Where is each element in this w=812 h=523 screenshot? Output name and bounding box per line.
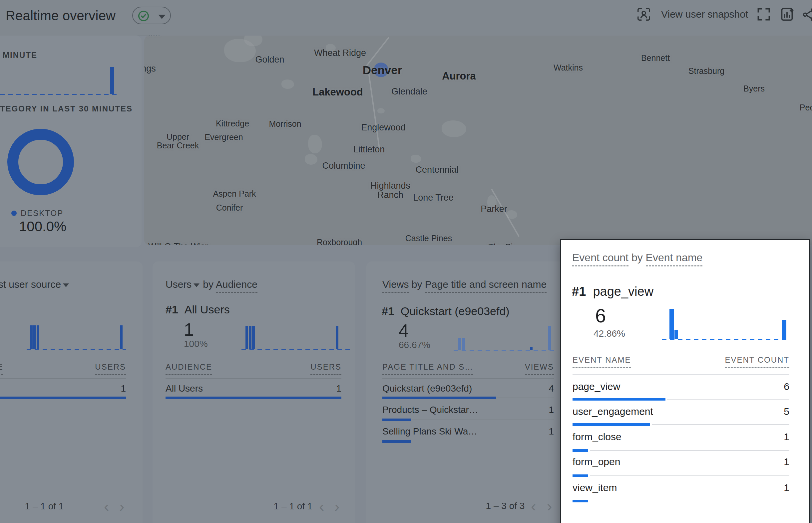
users-per-minute-chart [0,67,119,94]
fullscreen-icon[interactable] [756,7,771,22]
map-city-label: Strasburg [688,67,724,75]
map-city-label: Glendale [391,87,427,96]
table-divider [166,378,341,379]
map-city-label: Golden [255,55,284,64]
row-share-bar [382,397,554,399]
map-city-label: Lone Tree [413,193,454,202]
map-city-label: Aspen Park [213,189,256,198]
check-circle-icon [138,10,150,22]
map-terrain-patch [411,155,421,163]
row-share-bar [572,423,789,426]
pagination-prev-button[interactable]: ‹ [319,500,324,512]
map-city-label: Centennial [415,165,458,174]
row-name: form_close [572,431,621,443]
event-sparkline [662,309,789,339]
map-terrain-patch [281,79,294,89]
map-city-label: Conifer [216,203,243,212]
users-per-minute-label: MINUTE [3,51,37,60]
table-divider [572,374,789,375]
user-snapshot-icon[interactable] [636,7,652,22]
map-city-label: Lakewood [312,87,363,98]
column-header-left: EVENT NAME [572,355,631,365]
map-terrain-patch [308,135,322,154]
realtime-overview-page: Realtime overview View user snapshot MIN… [0,0,812,523]
pagination-prev-button[interactable]: ‹ [531,500,536,512]
sparkline-baseline [454,350,555,351]
edit-chart-icon[interactable] [780,6,796,22]
card-title: Event count by Event name [572,252,703,264]
top-value: 4 [399,320,409,341]
legend-dot [11,211,17,216]
card-title: Usersby Audience [166,279,257,290]
pagination-label: 1 – 3 of 3 [486,501,525,511]
map-city-label: Denver [363,64,402,76]
sparkline-bar [462,338,465,350]
sparkline-baseline [0,94,119,95]
map-terrain-patch [305,154,317,165]
view-user-snapshot-button[interactable]: View user snapshot [661,8,748,20]
column-header-right: USERS [295,362,341,372]
dimension-link[interactable]: Event name [646,252,703,267]
dimension-link[interactable]: Page title and screen name [425,279,547,293]
share-icon[interactable] [801,7,812,22]
top-rank: #1 Quickstart (e9e03efd) [382,305,509,318]
row-name: view_item [572,482,617,493]
map-city-label: Wheat Ridge [314,48,366,57]
dimension-link[interactable]: Audience [216,279,257,293]
metric-selector[interactable]: Users [166,279,191,290]
sparkline-bar [30,325,33,349]
row-value: 1 [491,404,554,415]
top-value: 6 [595,304,606,327]
map-city-label: Will-O-The-Wisp [148,242,209,245]
realtime-map[interactable]: lawkGoldenWheat RidgengsDenverAuroraLake… [144,36,812,245]
map-city-label: Englewood [361,123,406,132]
row-name: Selling Plans Ski Wa… [382,426,477,437]
row-value: 1 [726,456,789,467]
row-value: 1 [491,426,554,437]
map-city-label: Byers [743,84,765,93]
data-quality-badge[interactable] [132,7,171,24]
row-value: 1 [726,482,789,493]
row-share-bar [0,397,126,399]
pagination-label: 1 – 1 of 1 [274,501,313,512]
views-sparkline [454,326,555,350]
row-name: user_engagement [572,406,653,417]
row-name: All Users [166,383,203,394]
legend-label: DESKTOP [21,209,63,218]
chevron-down-icon [193,284,200,287]
sparkline-bar [249,326,252,349]
metric-link[interactable]: Views [382,279,409,293]
page-title: Realtime overview [6,8,116,23]
map-terrain-patch [244,36,262,46]
column-header-left: R SOURCE [0,362,3,372]
top-percent: 66.67% [399,340,430,350]
header-divider [629,3,629,33]
sparkline-bar [336,326,339,349]
top-percent: 100% [184,339,208,349]
map-city-label: Roxborough [317,238,362,245]
sparkline-bar [674,330,678,339]
row-share-bar [166,397,341,399]
top-value: 1 [184,319,194,340]
row-value: 1 [279,383,341,394]
column-header-left: PAGE TITLE AND S… [382,362,473,372]
metric-selector[interactable]: irst user source [0,279,61,290]
table-divider [0,378,126,379]
row-share-bar [572,398,789,400]
metric-link[interactable]: Event count [572,252,628,267]
row-share-bar [572,500,789,502]
map-city-label: ngs [144,64,156,73]
legend-percent: 100.0% [19,219,66,235]
source-sparkline [27,325,126,349]
sparkline-bar [782,320,787,339]
pagination-prev-button[interactable]: ‹ [104,500,109,512]
sparkline-baseline [27,349,126,350]
pagination-next-button[interactable]: › [119,500,124,512]
map-lake-patch [442,121,466,137]
map-city-label: Peori [800,103,812,112]
row-share-bar [382,418,554,421]
pagination-next-button[interactable]: › [334,500,340,512]
row-share-bar [572,449,789,452]
pagination-next-button[interactable]: › [547,500,552,512]
chevron-down-icon [63,284,69,287]
